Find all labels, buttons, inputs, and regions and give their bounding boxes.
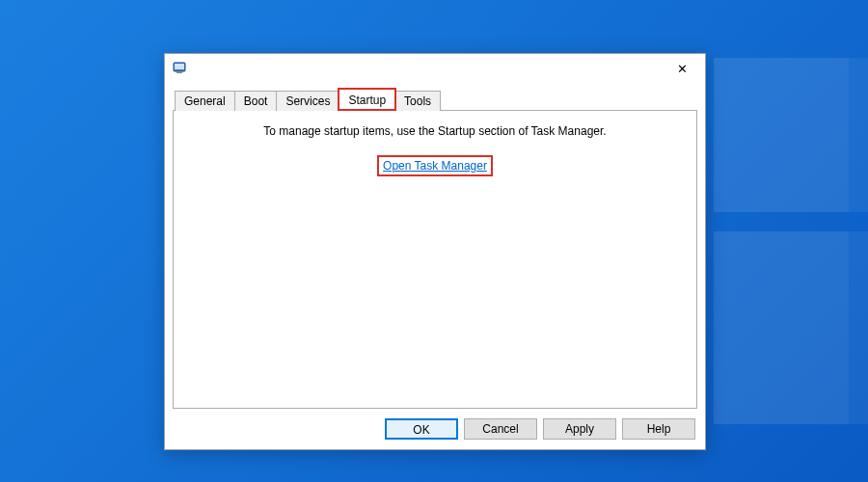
client-area: General Boot Services Startup Tools To m… <box>173 89 697 409</box>
wallpaper-pane <box>714 58 849 212</box>
close-icon: ✕ <box>677 63 688 75</box>
dialog-button-row: OK Cancel Apply Help <box>385 418 695 440</box>
tab-tools[interactable]: Tools <box>394 91 441 111</box>
app-icon <box>173 60 188 78</box>
msconfig-window: ✕ General Boot Services Startup Tools To… <box>164 53 706 450</box>
tab-boot[interactable]: Boot <box>234 91 278 111</box>
tab-services[interactable]: Services <box>276 91 339 111</box>
tab-page-startup: To manage startup items, use the Startup… <box>173 110 697 409</box>
desktop-wallpaper: ✕ General Boot Services Startup Tools To… <box>0 0 868 482</box>
open-task-manager-link[interactable]: Open Task Manager <box>383 159 487 173</box>
svg-rect-2 <box>176 71 182 73</box>
titlebar[interactable]: ✕ <box>165 54 705 83</box>
cancel-button[interactable]: Cancel <box>464 418 537 440</box>
close-button[interactable]: ✕ <box>665 57 699 80</box>
ok-button[interactable]: OK <box>385 418 458 440</box>
wallpaper-pane <box>849 231 868 424</box>
wallpaper-pane <box>714 231 849 424</box>
startup-instruction-text: To manage startup items, use the Startup… <box>174 124 696 138</box>
tab-startup[interactable]: Startup <box>339 89 395 110</box>
svg-rect-1 <box>175 64 184 69</box>
open-task-manager-highlight: Open Task Manager <box>377 155 493 176</box>
apply-button[interactable]: Apply <box>543 418 616 440</box>
help-button[interactable]: Help <box>622 418 695 440</box>
tab-strip: General Boot Services Startup Tools <box>173 89 697 110</box>
wallpaper-pane <box>849 58 868 212</box>
tab-general[interactable]: General <box>175 91 235 111</box>
